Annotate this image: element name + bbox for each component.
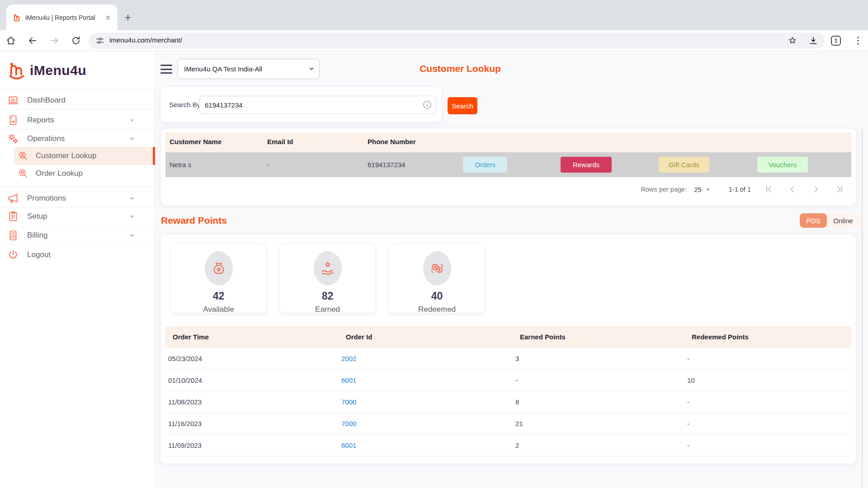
order-time-cell: 11/16/2023	[168, 420, 202, 427]
rows-per-page-value[interactable]: 25	[694, 186, 702, 193]
app-logo: iMenu4u	[7, 60, 86, 81]
sidebar-item-label: Operations	[27, 134, 65, 143]
search-input[interactable]	[199, 96, 436, 114]
gears-icon	[7, 133, 19, 145]
site-settings-icon[interactable]	[95, 36, 105, 46]
sidebar-item-promotions[interactable]: Promotions	[0, 189, 155, 207]
sidebar-item-customer-lookup[interactable]: Customer Lookup	[14, 147, 155, 165]
stat-value: 82	[280, 290, 375, 302]
next-page-icon[interactable]	[811, 184, 821, 195]
sidebar-item-setup[interactable]: Setup	[0, 207, 155, 225]
pagination-range: 1-1 of 1	[729, 186, 751, 193]
order-time-cell: 05/23/2024	[168, 355, 202, 362]
previous-page-icon[interactable]	[787, 184, 798, 195]
redeemed-points-cell: -	[687, 355, 689, 362]
search-card: Search By	[161, 87, 441, 122]
sidebar-item-logout[interactable]: Logout	[0, 246, 155, 264]
download-icon[interactable]	[808, 36, 818, 46]
earned-points-cell: 21	[515, 420, 523, 427]
back-arrow-icon[interactable]	[27, 35, 38, 46]
divider	[0, 244, 155, 245]
order-time-cell: 11/08/2023	[168, 398, 202, 406]
reward-points-title: Reward Points	[161, 215, 227, 226]
orders-button[interactable]: Orders	[463, 157, 507, 173]
stat-card-earned: 82 Earned	[279, 244, 376, 313]
sidebar-item-billing[interactable]: Billing	[0, 226, 155, 244]
redeemed-points-cell: -	[687, 398, 689, 406]
order-id-link[interactable]: 6001	[341, 441, 356, 449]
stat-value: 40	[389, 290, 485, 302]
customer-row[interactable]: Netra s - 6194137234 Orders Rewards Gift…	[165, 152, 851, 177]
hand-star-icon	[320, 260, 336, 277]
redeemed-points-cell: -	[687, 441, 689, 449]
sidebar-item-label: DashBoard	[27, 96, 66, 105]
last-page-icon[interactable]	[834, 184, 845, 195]
browser-menu-kebab-icon[interactable]	[853, 35, 863, 46]
merchant-selector[interactable]: IMenu4u QA Test India-All	[177, 59, 320, 79]
power-icon	[7, 249, 19, 261]
tab-close-icon[interactable]	[103, 13, 113, 23]
order-id-link[interactable]: 6001	[341, 376, 356, 384]
stat-icon-circle	[205, 251, 233, 286]
customer-table-header: Customer Name Email Id Phone Number	[165, 132, 851, 152]
browser-tab[interactable]: iMenu4u | Reports Portal	[6, 5, 118, 30]
browser-window: iMenu4u | Reports Portal	[0, 0, 868, 488]
customer-phone-cell: 6194137234	[368, 161, 405, 169]
sidebar-item-label: Logout	[27, 250, 51, 259]
vouchers-button[interactable]: Vouchers	[757, 157, 808, 173]
order-id-link[interactable]: 7000	[341, 398, 356, 406]
coins-icon	[429, 260, 445, 277]
reload-icon[interactable]	[71, 35, 81, 46]
rows-per-page-label: Rows per page:	[641, 186, 687, 193]
home-icon[interactable]	[5, 35, 16, 46]
toggle-pos-button[interactable]: POS	[800, 213, 827, 228]
new-tab-button[interactable]	[122, 12, 134, 23]
sidebar-item-operations[interactable]: Operations	[0, 130, 155, 148]
sidebar-item-dashboard[interactable]: DashBoard	[0, 91, 155, 109]
chevron-down-icon	[129, 136, 135, 142]
stat-card-available: 42 Available	[170, 244, 267, 313]
order-id-link[interactable]: 7000	[341, 420, 356, 427]
tab-title: iMenu4u | Reports Portal	[25, 14, 99, 21]
divider	[0, 89, 155, 90]
customer-name-cell: Netra s	[170, 161, 191, 169]
hamburger-menu-icon[interactable]	[160, 65, 172, 74]
reward-points-card: 42 Available 82 Earned	[161, 235, 856, 464]
col-customer-name: Customer Name	[170, 138, 222, 145]
stat-card-redeemed: 40 Redeemed	[389, 244, 485, 313]
order-row: 01/10/2024 6001 - 10	[165, 370, 851, 391]
gift-cards-button[interactable]: Gift Cards	[659, 157, 709, 173]
earned-points-cell: -	[515, 376, 518, 384]
earned-points-cell: 3	[515, 355, 519, 362]
sidebar: iMenu4u DashBoard Report	[0, 51, 155, 488]
favicon-imenu4u-icon	[13, 14, 21, 22]
billing-icon	[7, 230, 19, 241]
sidebar-item-reports[interactable]: Reports	[0, 111, 155, 129]
order-row: 11/09/2023 6001 2 -	[165, 435, 851, 456]
order-time-cell: 11/09/2023	[168, 441, 202, 449]
address-bar[interactable]: imenu4u.com/merchant/	[89, 33, 825, 49]
sidebar-item-label: Setup	[27, 212, 47, 221]
redeemed-points-cell: 10	[687, 376, 695, 384]
search-button[interactable]: Search	[448, 97, 477, 114]
sidebar-item-label: Customer Lookup	[36, 151, 96, 160]
sidebar-item-order-lookup[interactable]: Order Lookup	[14, 164, 155, 183]
imenu4u-logo-icon	[7, 61, 26, 80]
rows-per-page-caret-icon[interactable]	[704, 186, 712, 193]
first-page-icon[interactable]	[764, 184, 774, 195]
app-root: iMenu4u DashBoard Report	[0, 51, 868, 488]
page-title: Customer Lookup	[325, 63, 596, 74]
search-by-label: Search By	[169, 101, 200, 108]
tab-counter-button[interactable]: 1	[831, 36, 841, 46]
url-text: imenu4u.com/merchant/	[109, 36, 182, 44]
content-scrollbar-track[interactable]	[862, 129, 863, 488]
info-icon[interactable]	[422, 100, 432, 110]
order-id-link[interactable]: 2002	[341, 355, 356, 362]
bookmark-star-icon[interactable]	[788, 36, 797, 46]
forward-arrow-icon[interactable]	[49, 35, 60, 46]
rewards-button[interactable]: Rewards	[561, 157, 612, 173]
toggle-online-button[interactable]: Online	[827, 213, 859, 228]
col-order-id: Order Id	[346, 333, 372, 341]
tab-count: 1	[835, 38, 838, 44]
stat-icon-circle	[423, 251, 451, 286]
